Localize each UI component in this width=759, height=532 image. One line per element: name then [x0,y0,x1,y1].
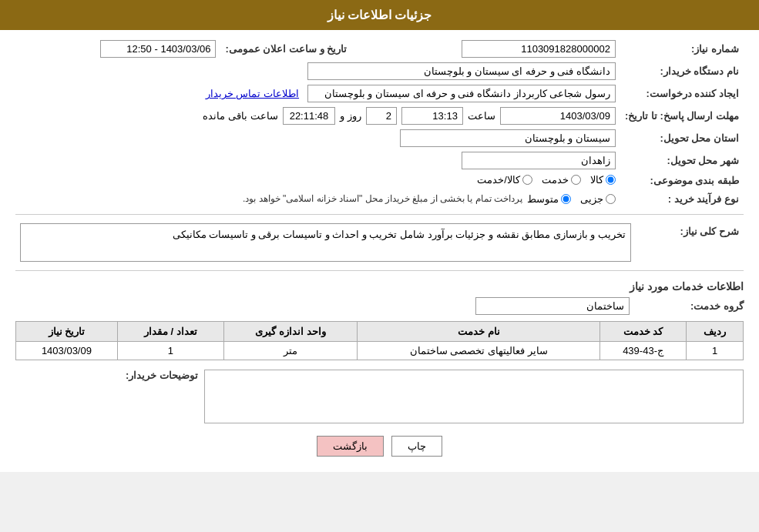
goroh-row: گروه خدمت: ساختمان [15,297,744,315]
saat-label: ساعت [468,110,495,122]
sharh-value-cell: تخریب و بازسازی مطابق نقشه و جزئیات برآو… [15,221,636,264]
eijad-value: رسول شجاعی کاربرداز دانشگاه فنی و حرفه ا… [15,82,620,105]
shahr-label: شهر محل تحویل: [620,149,744,172]
th-kod: کد خدمت [599,322,686,342]
buttons-row: چاپ بازگشت [15,436,744,457]
tarikh-value: 1403/03/06 - 12:50 [15,38,220,60]
jozi-label: جزیی [580,193,603,205]
radio-kala-khadamat: کالا/خدمت [477,174,532,186]
service-table: ردیف کد خدمت نام خدمت واحد اندازه گیری ت… [15,321,744,360]
sharh-table: شرح کلی نیاز: تخریب و بازسازی مطابق نقشه… [15,221,744,264]
eijad-box: رسول شجاعی کاربرداز دانشگاه فنی و حرفه ا… [307,85,616,102]
ostan-box: سیستان و بلوچستان [400,129,616,147]
ostan-label: استان محل تحویل: [620,127,744,149]
tarikh-label: تاریخ و ساعت اعلان عمومی: [220,38,351,60]
tawzihaat-box [204,370,744,423]
nam-dastgah-label: نام دستگاه خریدار: [620,60,744,82]
divider-2 [15,270,744,271]
header-title: جزئیات اطلاعات نیاز [327,8,432,22]
mohlat-date: 1403/03/09 [500,107,616,125]
ostan-value: سیستان و بلوچستان [15,127,620,149]
th-vahed: واحد اندازه گیری [223,322,358,342]
cell-namKhadamat: سایر فعالیتهای تخصصی ساختمان [358,342,599,360]
mohlat-roz: 2 [366,107,397,125]
kala-khadamat-label: کالا/خدمت [477,174,520,186]
divider-1 [15,214,744,215]
shahr-box: زاهدان [462,152,616,169]
info-table: شماره نیاز: 1103091828000002 تاریخ و ساع… [15,38,744,208]
nam-dastgah-value: دانشگاه فنی و حرفه ای سیستان و بلوچستان [15,60,620,82]
page-container: جزئیات اطلاعات نیاز شماره نیاز: 11030918… [0,0,759,472]
mohlat-label: مهلت ارسال پاسخ: تا تاریخ: [620,105,744,127]
th-tedad: تعداد / مقدار [117,322,223,342]
tabaqe-row: کالا خدمت کالا/خدمت [15,172,620,189]
kala-label: کالا [590,174,603,186]
roz-label: روز و [340,110,361,122]
radio-kala: کالا [590,174,616,186]
th-radif: ردیف [687,322,744,342]
tawzihaat-row: توضیحات خریدار: [15,370,744,423]
radio-kala-input[interactable] [606,175,616,185]
cell-tedad: 1 [117,342,223,360]
tabaqe-radio-group: کالا خدمت کالا/خدمت [477,174,616,186]
khadamat-label: خدمت [542,174,569,186]
tawzihaat-label: توضیحات خریدار: [90,370,198,381]
shomare-niaz-value: 1103091828000002 [351,38,620,60]
mohlat-saat: 13:13 [401,107,463,125]
nam-dastgah-box: دانشگاه فنی و حرفه ای سیستان و بلوچستان [307,62,616,80]
baghimande-label: ساعت باقی مانده [203,110,277,122]
radio-khadamat-input[interactable] [571,175,581,185]
farayand-radio-group: جزیی متوسط [527,193,616,205]
radio-khadamat: خدمت [542,174,581,186]
goroh-box: ساختمان [475,297,630,315]
tarikh-box: 1403/03/06 - 12:50 [100,40,216,58]
mohlat-row: 1403/03/09 ساعت 13:13 2 روز و 22:11:48 س… [15,105,620,127]
cell-vahed: متر [223,342,358,360]
cell-kodKhadamat: ج-43-439 [599,342,686,360]
sharh-label: شرح کلی نیاز: [636,221,744,264]
farayand-label: نوع فرآیند خرید : [620,189,744,208]
radio-jozi-input[interactable] [606,194,616,204]
farayand-flex: جزیی متوسط پرداخت تمام یا بخشی از مبلغ خ… [20,192,616,206]
content-area: شماره نیاز: 1103091828000002 تاریخ و ساع… [0,30,759,472]
print-button[interactable]: چاپ [391,436,442,457]
shomare-niaz-box: 1103091828000002 [462,40,616,58]
sharh-box: تخریب و بازسازی مطابق نقشه و جزئیات برآو… [20,223,631,262]
table-row: 1ج-43-439سایر فعالیتهای تخصصی ساختمانمتر… [16,342,744,360]
radio-jozi: جزیی [580,193,616,205]
motovaset-label: متوسط [527,193,559,205]
cell-radif: 1 [687,342,744,360]
radio-motovaset: متوسط [527,193,571,205]
shomare-niaz-label: شماره نیاز: [620,38,744,60]
shahr-value: زاهدان [15,149,620,172]
farayand-note: پرداخت تمام یا بخشی از مبلغ خریداز محل "… [243,193,522,204]
mohlat-flex: 1403/03/09 ساعت 13:13 2 روز و 22:11:48 س… [20,107,616,125]
farayand-row: جزیی متوسط پرداخت تمام یا بخشی از مبلغ خ… [15,189,620,208]
radio-kala-khadamat-input[interactable] [522,175,532,185]
th-nam: نام خدمت [358,322,599,342]
th-tarikh: تاریخ نیاز [16,322,118,342]
page-header: جزئیات اطلاعات نیاز [0,0,759,30]
tabaqe-label: طبقه بندی موضوعی: [620,172,744,189]
tawzihaat-box-container [204,370,744,423]
cell-tarikh: 1403/03/09 [16,342,118,360]
radio-motovaset-input[interactable] [561,194,571,204]
eijad-label: ایجاد کننده درخواست: [620,82,744,105]
mohlat-countdown: 22:11:48 [283,107,336,125]
etelaat-link[interactable]: اطلاعات تماس خریدار [206,88,299,99]
back-button[interactable]: بازگشت [317,436,384,457]
khadamat-section-title: اطلاعات خدمات مورد نیاز [15,280,744,293]
goroh-label: گروه خدمت: [636,300,744,312]
